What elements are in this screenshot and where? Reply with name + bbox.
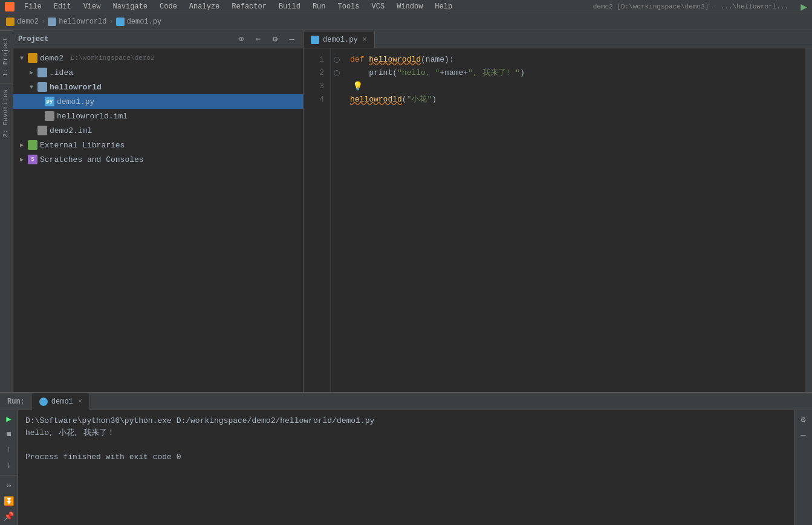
- run-right-toolbar: ⚙ —: [794, 410, 812, 525]
- plus1: +: [440, 66, 444, 80]
- menu-run[interactable]: Run: [310, 2, 328, 11]
- menu-code[interactable]: Code: [157, 2, 180, 11]
- svg-rect-1: [31, 144, 33, 148]
- output-line-2: hello, 小花, 我来了！: [25, 427, 787, 439]
- gutter-2: [331, 66, 343, 80]
- gutter-1: [331, 53, 343, 66]
- sidebar-tab-project[interactable]: 1: Project: [0, 30, 13, 83]
- sidebar-tab-favorites[interactable]: 2: Favorites: [0, 83, 13, 143]
- collapse-button[interactable]: ⇐: [252, 33, 264, 45]
- kw-def: def: [350, 53, 369, 66]
- arrow-demo2: ▼: [18, 54, 25, 62]
- indent-2: [350, 66, 369, 80]
- path-demo2: D:\workingspace\demo2: [71, 54, 155, 62]
- svg-rect-2: [33, 143, 34, 148]
- locate-button[interactable]: ⊕: [235, 33, 247, 45]
- line-num-2: 2: [304, 66, 330, 80]
- call-paren-close: ): [432, 93, 437, 106]
- play-button[interactable]: ▶: [2, 413, 16, 425]
- string-xiaohua: "小花": [407, 93, 432, 106]
- soft-wrap-button[interactable]: ⇔: [2, 479, 16, 492]
- editor-scrollbar[interactable]: [805, 48, 812, 392]
- breakpoint-1[interactable]: [334, 57, 340, 63]
- breakpoint-2[interactable]: [334, 70, 340, 76]
- collapse-run-btn[interactable]: —: [797, 428, 810, 442]
- menubar: File Edit View Navigate Code Analyze Ref…: [0, 0, 812, 13]
- python-file-icon: [116, 18, 125, 26]
- divider-1: [0, 475, 18, 475]
- arrow-hellowrorldiml: [35, 112, 42, 120]
- param-name: name: [426, 53, 444, 66]
- arrow-hellowrorld: ▼: [28, 83, 35, 91]
- line-num-4: 4: [304, 93, 330, 106]
- menu-window[interactable]: Window: [394, 2, 425, 11]
- code-line-2: print("hello, "+name+", 我来了! "): [350, 66, 805, 80]
- icon-extlib: [28, 140, 37, 150]
- svg-rect-0: [30, 146, 31, 148]
- code-content[interactable]: def hellowrodld(name): print("hello, "+n…: [343, 48, 805, 392]
- run-tab-demo1[interactable]: demo1 ×: [32, 393, 90, 410]
- lightbulb-icon[interactable]: 💡: [352, 80, 363, 93]
- var-name: name: [444, 66, 463, 80]
- menu-file[interactable]: File: [22, 2, 44, 11]
- label-demo1py: demo1.py: [57, 97, 94, 106]
- tree-item-demo2iml[interactable]: demo2.iml: [13, 123, 303, 138]
- fn-hellowrodld: hellowrodld: [369, 53, 421, 66]
- menu-analyze[interactable]: Analyze: [187, 2, 222, 11]
- menu-edit[interactable]: Edit: [51, 2, 74, 11]
- breadcrumb: demo2 › hellowrorld › demo1.py: [0, 13, 812, 30]
- pin-tab-button[interactable]: 📌: [2, 510, 16, 523]
- scroll-down-button[interactable]: ↓: [2, 459, 16, 471]
- breadcrumb-hellowrorld[interactable]: hellowrorld: [48, 18, 106, 26]
- tree-item-hellowrorldiml[interactable]: hellowrorld.iml: [13, 109, 303, 123]
- menu-build[interactable]: Build: [276, 2, 303, 11]
- call-hellowrodld: hellowrodld: [350, 93, 402, 106]
- menu-help[interactable]: Help: [432, 2, 455, 11]
- string-hello: "hello, ": [397, 66, 440, 80]
- stop-button[interactable]: ■: [2, 428, 16, 440]
- tree-item-idea[interactable]: ▶ .idea: [13, 65, 303, 80]
- breadcrumb-demo1py[interactable]: demo1.py: [116, 18, 162, 26]
- plus2: +: [463, 66, 468, 80]
- tree-item-demo1py[interactable]: py demo1.py: [13, 94, 303, 109]
- code-line-4: hellowrodld("小花"): [350, 93, 805, 106]
- tree-item-extlib[interactable]: ▶ External Libraries: [13, 138, 303, 152]
- menu-refactor[interactable]: Refactor: [229, 2, 269, 11]
- scroll-up-button[interactable]: ↑: [2, 443, 16, 456]
- code-editor: 1 2 3 4 def hellowrodld(name):: [304, 48, 812, 392]
- breadcrumb-label-demo2: demo2: [17, 18, 39, 26]
- menu-navigate[interactable]: Navigate: [110, 2, 150, 11]
- breadcrumb-sep-1: ›: [41, 18, 45, 26]
- label-scratches: Scratches and Consoles: [40, 155, 144, 164]
- run-tab-close[interactable]: ×: [78, 398, 82, 406]
- icon-demo2: [28, 53, 37, 63]
- editor-tab-demo1py[interactable]: demo1.py ×: [304, 31, 375, 48]
- output-line-3: [25, 439, 787, 451]
- menu-vcs[interactable]: VCS: [369, 2, 388, 11]
- label-demo2iml: demo2.iml: [50, 126, 92, 135]
- panel-title: Project: [18, 35, 230, 43]
- tree-item-hellowrorld[interactable]: ▼ hellowrorld: [13, 80, 303, 94]
- scroll-end-button[interactable]: ⏬: [2, 494, 16, 507]
- menu-view[interactable]: View: [81, 2, 103, 11]
- bottom-content: ▶ ■ ↑ ↓ ⇔ ⏬ 📌 D:\Software\python36\pytho…: [0, 410, 812, 525]
- icon-demo2iml: [37, 126, 47, 135]
- arrow-idea: ▶: [28, 69, 35, 76]
- settings-button[interactable]: ⚙: [269, 33, 281, 45]
- editor-tabs: demo1.py ×: [304, 30, 812, 48]
- paren-open: (: [421, 53, 426, 66]
- breadcrumb-label-demo1py: demo1.py: [127, 18, 162, 26]
- menu-tools[interactable]: Tools: [336, 2, 362, 11]
- icon-hellowrorld: [37, 82, 47, 92]
- label-extlib: External Libraries: [40, 141, 125, 150]
- run-output: D:\Software\python36\python.exe D:/worki…: [18, 410, 794, 525]
- label-idea: .idea: [50, 68, 73, 77]
- settings-btn-run[interactable]: ⚙: [797, 413, 810, 426]
- breadcrumb-demo2[interactable]: demo2: [6, 18, 39, 26]
- run-tab-label: demo1: [51, 398, 73, 406]
- line-num-1: 1: [304, 53, 330, 66]
- tab-close-demo1py[interactable]: ×: [363, 36, 367, 44]
- tree-item-scratches[interactable]: ▶ S Scratches and Consoles: [13, 152, 303, 167]
- tree-item-demo2[interactable]: ▼ demo2 D:\workingspace\demo2: [13, 51, 303, 65]
- minimize-button[interactable]: —: [286, 33, 298, 45]
